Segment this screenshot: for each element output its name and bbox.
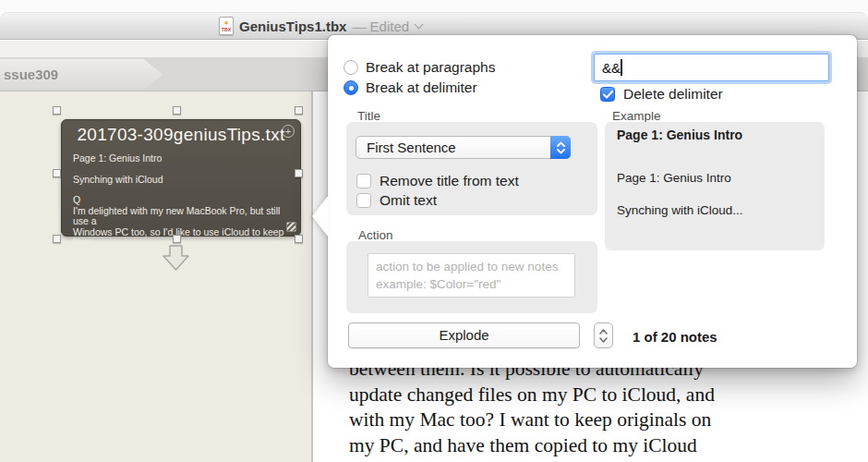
selection-handle[interactable] [173, 235, 181, 243]
radio-break-at-delimiter-label: Break at delimiter [366, 80, 477, 95]
example-box: Page 1: Genius Intro Page 1: Genius Intr… [605, 122, 825, 250]
document-text-line: with my Mac too? I want to keep original… [349, 407, 783, 433]
explode-popover: Break at paragraphs Break at delimiter D… [328, 35, 857, 368]
link-stub-arrow-icon [163, 245, 190, 275]
note-card[interactable]: 201703-309geniusTips.txt + Page 1: Geniu… [61, 119, 301, 237]
document-text-line: update changed files on my PC to iCloud,… [349, 383, 783, 408]
chevron-up-down-icon [550, 136, 571, 159]
note-body-line: Page 1: Genius Intro [73, 153, 289, 164]
document-text-line: my PC, and have them copied to my iCloud [349, 433, 783, 459]
action-placeholder-line: example: $Color="red" [376, 275, 567, 293]
selection-handle[interactable] [295, 106, 303, 115]
title-dropdown[interactable]: First Sentence [356, 136, 571, 159]
note-body-line: Q [73, 195, 289, 206]
breadcrumb-tab-issue309[interactable]: ssue309 [0, 59, 163, 90]
delimiter-input[interactable] [594, 54, 829, 81]
chevron-down-icon[interactable] [415, 21, 424, 30]
radio-break-at-delimiter[interactable] [344, 80, 358, 95]
chevron-down-icon [599, 337, 608, 343]
selection-handle[interactable] [53, 169, 61, 177]
popover-arrow [312, 195, 329, 241]
chevron-up-icon [599, 329, 608, 334]
action-placeholder-line: action to be applied to new notes [376, 258, 567, 275]
explode-button[interactable]: Explode [348, 322, 580, 348]
text-caret [621, 59, 622, 76]
edited-status: — Edited [352, 18, 409, 34]
action-input[interactable]: action to be applied to new notes exampl… [368, 253, 575, 298]
notes-count-label: 1 of 20 notes [633, 329, 717, 345]
selection-handle[interactable] [295, 235, 303, 243]
example-section-label: Example [612, 109, 661, 123]
selection-handle[interactable] [295, 169, 303, 177]
window-title: GeniusTips1.tbx [239, 18, 346, 34]
note-add-icon[interactable]: + [282, 125, 295, 138]
title-section-label: Title [357, 109, 380, 123]
title-dropdown-value: First Sentence [367, 140, 456, 155]
radio-break-at-paragraphs-label: Break at paragraphs [366, 60, 495, 75]
application-window: ✶ TBX GeniusTips1.tbx — Edited ssue309 b… [0, 0, 868, 462]
checkbox-delete-delimiter-label: Delete delimiter [623, 87, 723, 102]
desktop-strip [0, 0, 868, 12]
note-title: 201703-309geniusTips.txt [62, 125, 300, 145]
checkbox-omit-text-label: Omit text [380, 193, 437, 208]
note-body-line: I'm delighted with my new MacBook Pro, b… [73, 206, 289, 227]
tbx-badge: TBX [222, 28, 232, 32]
example-item: Page 1: Genius Intro [617, 171, 731, 185]
radio-break-at-paragraphs[interactable] [344, 60, 358, 75]
note-body: Page 1: Genius Intro Synching with iClou… [62, 153, 300, 249]
star-icon: ✶ [223, 19, 230, 27]
checkbox-remove-title-label: Remove title from text [380, 174, 519, 188]
check-icon [603, 91, 613, 99]
note-body-line: Synching with iCloud [73, 175, 289, 186]
tbx-document-icon: ✶ TBX [219, 17, 234, 35]
checkbox-omit-text[interactable] [356, 193, 371, 208]
notes-stepper[interactable] [594, 322, 613, 348]
checkbox-delete-delimiter[interactable] [600, 87, 615, 102]
action-section-label: Action [358, 228, 393, 242]
note-resize-icon[interactable] [286, 222, 296, 232]
selection-handle[interactable] [173, 106, 181, 115]
document-text: between them. Is it possible to automati… [349, 357, 783, 458]
selection-handle[interactable] [53, 235, 61, 243]
example-item: Page 1: Genius Intro [617, 128, 742, 142]
breadcrumb-tab-label: ssue309 [4, 67, 58, 82]
example-item: Synching with iCloud... [617, 203, 743, 217]
selection-handle[interactable] [53, 106, 61, 115]
checkbox-remove-title[interactable] [356, 174, 371, 188]
